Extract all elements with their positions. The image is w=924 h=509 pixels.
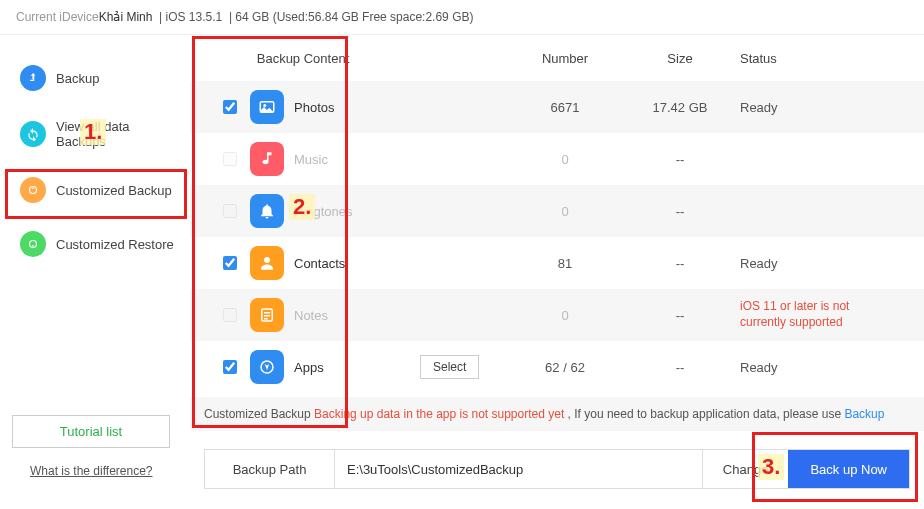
- svg-point-3: [263, 104, 266, 107]
- sidebar-item-customized-restore[interactable]: Customized Restore: [12, 217, 190, 271]
- change-path-button[interactable]: Change: [702, 450, 789, 488]
- col-header-status: Status: [730, 51, 924, 66]
- notes-icon: [250, 298, 284, 332]
- restore-icon: [20, 231, 46, 257]
- storage-info: 64 GB (Used:56.84 GB Free space:2.69 GB): [235, 10, 473, 24]
- backup-path-label: Backup Path: [205, 450, 335, 488]
- sidebar-item-label: View all data Backups: [56, 119, 182, 149]
- table-row: Music 0 --: [190, 133, 924, 185]
- sidebar-item-customized-backup[interactable]: Customized Backup: [12, 163, 190, 217]
- device-header: Current iDeviceKhải Minh | iOS 13.5.1 | …: [0, 0, 924, 35]
- row-checkbox-notes: [223, 308, 237, 322]
- custom-backup-icon: [20, 177, 46, 203]
- backup-path-value: E:\3uTools\CustomizedBackup: [335, 462, 702, 477]
- backup-now-button[interactable]: Back up Now: [788, 450, 909, 488]
- notice-bar: Customized Backup Backing up data in the…: [190, 397, 924, 431]
- table-header: Backup Content Number Size Status: [190, 35, 924, 81]
- tutorial-list-button[interactable]: Tutorial list: [12, 415, 170, 448]
- col-header-content: Backup Content: [210, 51, 420, 66]
- notice-backup-link[interactable]: Backup: [844, 407, 884, 421]
- row-number: 0: [500, 152, 630, 167]
- row-checkbox-contacts[interactable]: [223, 256, 237, 270]
- row-size: --: [630, 204, 730, 219]
- row-size: --: [630, 256, 730, 271]
- notice-mid: , If you need to backup application data…: [564, 407, 844, 421]
- backup-path-row: Backup Path E:\3uTools\CustomizedBackup …: [204, 449, 910, 489]
- contacts-icon: [250, 246, 284, 280]
- table-row: Ringtones 0 --: [190, 185, 924, 237]
- notice-warning: Backing up data in the app is not suppor…: [314, 407, 564, 421]
- row-size: 17.42 GB: [630, 100, 730, 115]
- svg-point-4: [264, 257, 270, 263]
- sidebar-item-backup[interactable]: Backup: [12, 51, 190, 105]
- ios-version: iOS 13.5.1: [166, 10, 223, 24]
- music-icon: [250, 142, 284, 176]
- row-checkbox-music: [223, 152, 237, 166]
- col-header-number: Number: [500, 51, 630, 66]
- row-status: Ready: [730, 256, 924, 271]
- device-label: Current iDevice: [16, 10, 99, 24]
- row-name: Notes: [294, 308, 420, 323]
- main-content: Backup Content Number Size Status Photos…: [190, 35, 924, 508]
- row-number: 0: [500, 204, 630, 219]
- row-status: iOS 11 or later is not currently support…: [730, 299, 924, 330]
- row-status: Ready: [730, 100, 924, 115]
- table-row: Apps Select 62 / 62 -- Ready: [190, 341, 924, 393]
- sidebar-item-label: Customized Restore: [56, 237, 174, 252]
- row-size: --: [630, 152, 730, 167]
- difference-link[interactable]: What is the difference?: [30, 464, 153, 478]
- col-header-size: Size: [630, 51, 730, 66]
- apps-icon: [250, 350, 284, 384]
- backup-icon: [20, 65, 46, 91]
- select-apps-button[interactable]: Select: [420, 355, 479, 379]
- refresh-icon: [20, 121, 46, 147]
- row-name: Apps: [294, 360, 420, 375]
- row-number: 0: [500, 308, 630, 323]
- row-checkbox-photos[interactable]: [223, 100, 237, 114]
- row-number: 81: [500, 256, 630, 271]
- row-name: Contacts: [294, 256, 420, 271]
- sidebar-item-label: Customized Backup: [56, 183, 172, 198]
- row-name: Ringtones: [294, 204, 420, 219]
- row-number: 62 / 62: [500, 360, 630, 375]
- row-checkbox-apps[interactable]: [223, 360, 237, 374]
- row-size: --: [630, 308, 730, 323]
- row-status: Ready: [730, 360, 924, 375]
- notice-prefix: Customized Backup: [204, 407, 314, 421]
- device-name: Khải Minh: [99, 10, 153, 24]
- sidebar-item-label: Backup: [56, 71, 99, 86]
- row-name: Music: [294, 152, 420, 167]
- row-number: 6671: [500, 100, 630, 115]
- row-name: Photos: [294, 100, 420, 115]
- photos-icon: [250, 90, 284, 124]
- row-checkbox-ringtones: [223, 204, 237, 218]
- table-row: Notes 0 -- iOS 11 or later is not curren…: [190, 289, 924, 341]
- table-row: Photos 6671 17.42 GB Ready: [190, 81, 924, 133]
- sidebar-item-view-backups[interactable]: View all data Backups: [12, 105, 190, 163]
- table-row: Contacts 81 -- Ready: [190, 237, 924, 289]
- bell-icon: [250, 194, 284, 228]
- sidebar: Backup View all data Backups Customized …: [0, 35, 190, 508]
- row-size: --: [630, 360, 730, 375]
